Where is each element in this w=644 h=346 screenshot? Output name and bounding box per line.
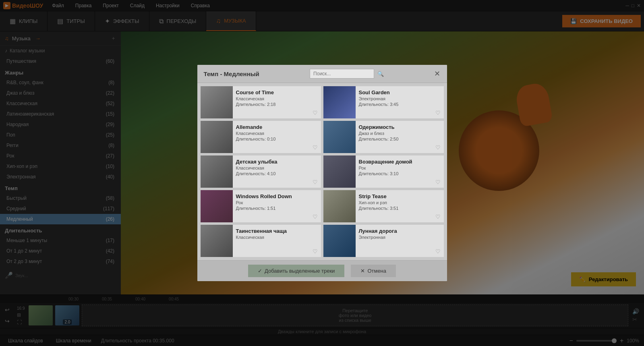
music-track-card[interactable]: Таинственная чаща Классическая ♡ [201, 225, 321, 257]
music-track-card[interactable]: Одержимость Джаз и блюз Длительность: 2:… [323, 121, 444, 153]
modal-title: Темп - Медленный [204, 70, 259, 77]
modal-search: 🔍 [310, 69, 384, 79]
track-genre: Классическая [236, 96, 318, 101]
track-thumbnail [201, 86, 233, 118]
music-track-card[interactable]: Course of Time Классическая Длительность… [201, 86, 321, 118]
music-modal: Темп - Медленный 🔍 ✕ Course of Time Клас… [197, 65, 447, 281]
track-thumbnail [323, 225, 356, 257]
track-info: Детская улыбка Классическая Длительность… [233, 155, 321, 188]
search-icon: 🔍 [377, 71, 384, 77]
music-track-card[interactable]: Лунная дорога Электронная ♡ [323, 225, 444, 257]
track-duration-label: Длительность: 2:18 [236, 102, 318, 107]
favorite-button[interactable]: ♡ [435, 144, 441, 151]
track-genre: Электронная [359, 96, 441, 101]
favorite-button[interactable]: ♡ [313, 179, 318, 185]
track-duration-label: Длительность: 1:51 [236, 206, 318, 211]
track-duration-label: Длительность: 0:10 [236, 137, 318, 141]
track-title: Лунная дорога [359, 228, 441, 234]
favorite-button[interactable]: ♡ [313, 144, 318, 151]
music-track-grid: Course of Time Классическая Длительность… [197, 83, 447, 260]
cancel-button[interactable]: ✕ Отмена [351, 265, 396, 277]
modal-close-button[interactable]: ✕ [434, 69, 440, 78]
cancel-icon: ✕ [360, 268, 365, 274]
track-thumbnail [201, 121, 233, 153]
search-input[interactable] [310, 69, 374, 79]
track-thumbnail [323, 155, 356, 188]
track-genre: Джаз и блюз [359, 131, 441, 136]
add-tracks-label: Добавить выделенные треки [265, 268, 335, 274]
favorite-button[interactable]: ♡ [313, 248, 318, 255]
music-track-card[interactable]: Allemande Классическая Длительность: 0:1… [201, 121, 321, 153]
track-info: Одержимость Джаз и блюз Длительность: 2:… [356, 121, 444, 153]
music-track-card[interactable]: Детская улыбка Классическая Длительность… [201, 155, 321, 188]
add-tracks-button[interactable]: ✓ Добавить выделенные треки [248, 265, 344, 277]
track-genre: Классическая [236, 235, 318, 240]
track-thumbnail [323, 86, 356, 118]
track-info: Allemande Классическая Длительность: 0:1… [233, 121, 321, 153]
track-duration-label: Длительность: 3:51 [359, 206, 441, 211]
favorite-button[interactable]: ♡ [435, 110, 441, 116]
track-duration-label: Длительность: 3:45 [359, 102, 441, 107]
track-duration-label: Длительность: 2:50 [359, 137, 441, 141]
track-title: Windows Rolled Down [236, 193, 318, 199]
favorite-button[interactable]: ♡ [313, 110, 318, 116]
track-title: Детская улыбка [236, 159, 318, 165]
favorite-button[interactable]: ♡ [435, 213, 441, 220]
music-track-card[interactable]: Windows Rolled Down Рок Длительность: 1:… [201, 190, 321, 222]
favorite-button[interactable]: ♡ [313, 213, 318, 220]
track-genre: Рок [236, 200, 318, 205]
track-thumbnail [201, 155, 233, 188]
track-genre: Классическая [236, 131, 318, 136]
favorite-button[interactable]: ♡ [435, 248, 441, 255]
track-title: Allemande [236, 124, 318, 130]
track-thumbnail [323, 121, 356, 153]
track-info: Лунная дорога Электронная [356, 225, 444, 257]
checkmark-icon: ✓ [258, 268, 262, 274]
music-track-card[interactable]: Возвращение домой Рок Длительность: 3:10… [323, 155, 444, 188]
track-info: Возвращение домой Рок Длительность: 3:10 [356, 155, 444, 188]
track-title: Course of Time [236, 89, 318, 95]
modal-header: Темп - Медленный 🔍 ✕ [197, 65, 447, 83]
favorite-button[interactable]: ♡ [435, 179, 441, 185]
track-title: Soul Garden [359, 89, 441, 95]
track-title: Возвращение домой [359, 159, 441, 165]
modal-overlay: Темп - Медленный 🔍 ✕ Course of Time Клас… [0, 0, 644, 346]
track-genre: Электронная [359, 235, 441, 240]
track-info: Soul Garden Электронная Длительность: 3:… [356, 86, 444, 118]
track-info: Таинственная чаща Классическая [233, 225, 321, 257]
track-duration-label: Длительность: 4:10 [236, 171, 318, 176]
track-info: Course of Time Классическая Длительность… [233, 86, 321, 118]
track-thumbnail [323, 190, 356, 222]
track-thumbnail [201, 190, 233, 222]
track-genre: Классическая [236, 166, 318, 170]
track-info: Windows Rolled Down Рок Длительность: 1:… [233, 190, 321, 222]
track-title: Strip Tease [359, 193, 441, 199]
track-info: Strip Tease Хип-хоп и рэп Длительность: … [356, 190, 444, 222]
track-title: Одержимость [359, 124, 441, 130]
modal-footer: ✓ Добавить выделенные треки ✕ Отмена [197, 260, 447, 281]
track-genre: Рок [359, 166, 441, 170]
cancel-label: Отмена [367, 268, 386, 274]
track-genre: Хип-хоп и рэп [359, 200, 441, 205]
music-track-card[interactable]: Soul Garden Электронная Длительность: 3:… [323, 86, 444, 118]
track-thumbnail [201, 225, 233, 257]
track-duration-label: Длительность: 3:10 [359, 171, 441, 176]
track-title: Таинственная чаща [236, 228, 318, 234]
music-track-card[interactable]: Strip Tease Хип-хоп и рэп Длительность: … [323, 190, 444, 222]
